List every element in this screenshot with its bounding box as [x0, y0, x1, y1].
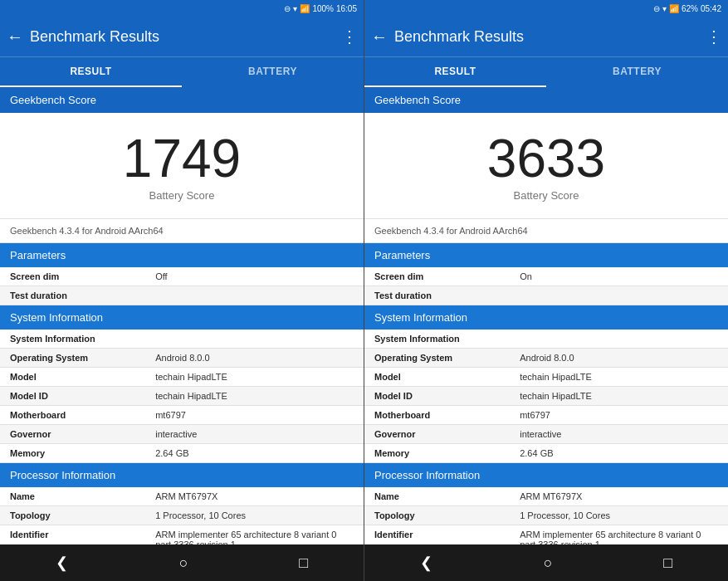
right-memory-val: 2.64 GB	[510, 444, 728, 463]
table-row: Topology 1 Processor, 10 Cores	[364, 506, 728, 525]
right-nav-home[interactable]: ○	[544, 554, 553, 572]
right-param-test-dur-key: Test duration	[364, 286, 510, 305]
right-motherboard-val: mt6797	[510, 406, 728, 425]
right-tab-battery[interactable]: BATTERY	[546, 57, 728, 87]
left-memory-val: 2.64 GB	[145, 444, 364, 463]
right-os-key: Operating System	[364, 349, 510, 368]
left-system-table: System Information Operating System Andr…	[0, 330, 364, 463]
left-signal-icon: 📶	[300, 4, 310, 13]
right-info-text: Geekbench 4.3.4 for Android AArch64	[364, 219, 728, 243]
left-screen: ⊖ ▾ 📶 100% 16:05 ← Benchmark Results ⋮ R…	[0, 0, 364, 581]
left-governor-key: Governor	[0, 425, 145, 444]
left-tab-battery[interactable]: BATTERY	[182, 57, 364, 87]
left-system-header: System Information	[0, 305, 364, 330]
left-score-number: 1749	[17, 129, 347, 188]
right-topology-val: 1 Processor, 10 Cores	[510, 506, 728, 525]
left-wifi-icon: ▾	[293, 4, 297, 13]
right-motherboard-key: Motherboard	[364, 406, 510, 425]
left-back-arrow[interactable]: ←	[7, 27, 23, 46]
left-param-test-dur-val	[145, 286, 364, 305]
right-signal-icon: 📶	[669, 4, 679, 13]
right-topology-key: Topology	[364, 506, 510, 525]
left-nav-home[interactable]: ○	[179, 554, 188, 572]
table-row: Topology 1 Processor, 10 Cores	[0, 506, 364, 525]
right-sys-info-key: System Information	[364, 330, 510, 349]
right-menu-button[interactable]: ⋮	[706, 27, 721, 46]
right-battery-text: 62%	[682, 4, 698, 13]
left-params-header: Parameters	[0, 243, 364, 267]
table-row: Motherboard mt6797	[0, 406, 364, 425]
table-row: Model ID techain HipadLTE	[0, 387, 364, 406]
right-param-test-dur-val	[510, 286, 728, 305]
left-processor-header: Processor Information	[0, 463, 364, 487]
right-status-icons: ⊖ ▾ 📶 62% 05:42	[653, 4, 721, 13]
right-tab-result[interactable]: RESULT	[364, 57, 546, 87]
table-row: Model ID techain HipadLTE	[364, 387, 728, 406]
right-sys-info-val	[510, 330, 728, 349]
left-memory-key: Memory	[0, 444, 145, 463]
right-system-table: System Information Operating System Andr…	[364, 330, 728, 463]
left-score-area: 1749 Battery Score	[0, 113, 364, 219]
table-row: Memory 2.64 GB	[0, 444, 364, 463]
table-row: Test duration	[364, 286, 728, 305]
table-row: Memory 2.64 GB	[364, 444, 728, 463]
table-row: Name ARM MT6797X	[0, 487, 364, 506]
left-sim-icon: ⊖	[284, 4, 291, 13]
right-governor-val: interactive	[510, 425, 728, 444]
left-motherboard-key: Motherboard	[0, 406, 145, 425]
left-tabs: RESULT BATTERY	[0, 56, 364, 87]
table-row: Governor interactive	[0, 425, 364, 444]
left-tab-result[interactable]: RESULT	[0, 57, 182, 87]
left-battery-text: 100%	[312, 4, 334, 13]
left-identifier-val: ARM implementer 65 architecture 8 varian…	[145, 525, 364, 544]
table-row: Operating System Android 8.0.0	[0, 349, 364, 368]
left-topology-val: 1 Processor, 10 Cores	[145, 506, 364, 525]
right-os-val: Android 8.0.0	[510, 349, 728, 368]
right-model-key: Model	[364, 368, 510, 387]
right-params-header: Parameters	[364, 243, 728, 267]
right-score-label: Battery Score	[381, 189, 711, 202]
right-nav-recents[interactable]: □	[663, 554, 672, 572]
left-nav-back[interactable]: ❮	[56, 554, 68, 572]
left-cpu-name-key: Name	[0, 487, 145, 506]
left-time: 16:05	[336, 4, 357, 13]
left-processor-table: Name ARM MT6797X Topology 1 Processor, 1…	[0, 487, 364, 544]
left-params-table: Screen dim Off Test duration	[0, 267, 364, 305]
left-model-key: Model	[0, 368, 145, 387]
left-geekbench-header: Geekbench Score	[0, 87, 364, 113]
table-row: Governor interactive	[364, 425, 728, 444]
left-nav-recents[interactable]: □	[299, 554, 308, 572]
screens-container: ⊖ ▾ 📶 100% 16:05 ← Benchmark Results ⋮ R…	[0, 0, 728, 581]
left-nav-bar: ❮ ○ □	[0, 544, 364, 581]
right-cpu-name-key: Name	[364, 487, 510, 506]
left-page-title: Benchmark Results	[30, 28, 335, 46]
left-menu-button[interactable]: ⋮	[341, 27, 357, 46]
left-score-label: Battery Score	[17, 189, 347, 202]
table-row: Screen dim On	[364, 267, 728, 286]
table-row: Model techain HipadLTE	[364, 368, 728, 387]
right-memory-key: Memory	[364, 444, 510, 463]
left-model-val: techain HipadLTE	[145, 368, 364, 387]
right-status-bar: ⊖ ▾ 📶 62% 05:42	[364, 0, 728, 17]
table-row: Motherboard mt6797	[364, 406, 728, 425]
right-nav-bar: ❮ ○ □	[364, 544, 728, 581]
right-screen: ⊖ ▾ 📶 62% 05:42 ← Benchmark Results ⋮ RE…	[364, 0, 728, 581]
left-cpu-name-val: ARM MT6797X	[145, 487, 364, 506]
table-row: Identifier ARM implementer 65 architectu…	[0, 525, 364, 544]
left-top-bar: ← Benchmark Results ⋮	[0, 17, 364, 56]
left-motherboard-val: mt6797	[145, 406, 364, 425]
right-back-arrow[interactable]: ←	[371, 27, 388, 46]
right-identifier-val: ARM implementer 65 architecture 8 varian…	[510, 525, 728, 544]
table-row: Test duration	[0, 286, 364, 305]
table-row: System Information	[0, 330, 364, 349]
left-info-text: Geekbench 4.3.4 for Android AArch64	[0, 219, 364, 243]
right-governor-key: Governor	[364, 425, 510, 444]
right-top-bar: ← Benchmark Results ⋮	[364, 17, 728, 56]
right-modelid-val: techain HipadLTE	[510, 387, 728, 406]
right-processor-table: Name ARM MT6797X Topology 1 Processor, 1…	[364, 487, 728, 544]
right-nav-back[interactable]: ❮	[420, 554, 432, 572]
left-modelid-val: techain HipadLTE	[145, 387, 364, 406]
right-scroll-content: Geekbench Score 3633 Battery Score Geekb…	[364, 87, 728, 544]
left-modelid-key: Model ID	[0, 387, 145, 406]
table-row: Identifier ARM implementer 65 architectu…	[364, 525, 728, 544]
